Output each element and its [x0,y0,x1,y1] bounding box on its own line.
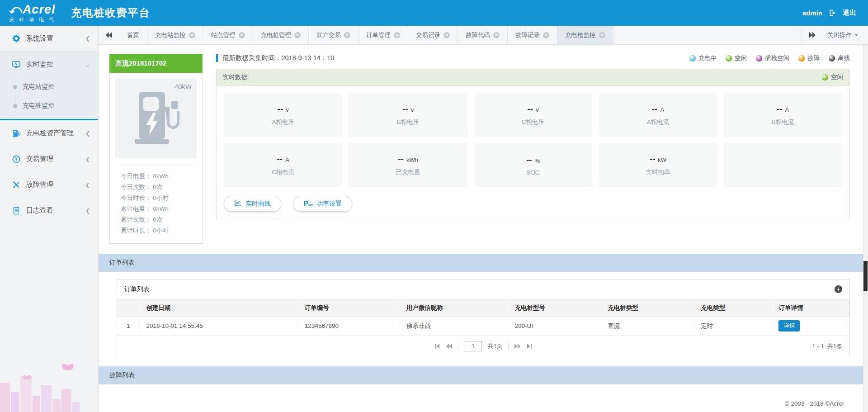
close-icon[interactable] [443,32,450,38]
metric-tile-soc: --%SOC [474,143,592,187]
stat-today-duration: 今日时长： 0小时 [121,193,197,204]
sidebar-item-faults[interactable]: 故障管理 ❮ [0,172,98,198]
divider [458,342,458,350]
charging-pile-large-icon [132,91,179,146]
tab-station-monitor[interactable]: 充电站监控 [147,26,203,44]
sidebar-subitem-pile-monitor[interactable]: 充电桩监控 [0,96,98,115]
sidebar-item-realtime-monitor[interactable]: 实时监控 ⌄ [0,52,98,77]
metric-tile-c-current: --AC相电流 [224,143,342,187]
order-section-bar: 订单列表 [99,254,868,272]
power-setting-button[interactable]: Pwr 功率设置 [293,196,352,212]
accent-bar [216,54,218,62]
tab-gun-monitor[interactable]: 充电枪监控 [557,26,613,44]
col-pile-type: 充电桩类型 [601,299,694,317]
acrel-logo: ⤺Acrel 安 科 瑞 电 气 [9,4,56,22]
legend-idle: 空闲 [726,54,747,62]
pagination: 共1页 1 - 1 共1条 [117,336,849,357]
close-icon[interactable] [344,32,350,38]
close-icon[interactable] [493,32,500,38]
metric-tile-c-voltage: --vC相电压 [474,93,592,137]
close-operations-menu[interactable]: 关闭操作 [823,31,868,39]
metric-tile-empty [724,143,842,187]
log-document-icon [12,206,21,215]
col-index [117,299,140,317]
tab-home[interactable]: 首页 [119,26,147,44]
tab-fault-records[interactable]: 故障记录 [508,26,557,44]
chevron-down-icon: ⌄ [85,62,90,68]
page-number-input[interactable] [464,341,482,351]
sidebar-item-label: 故障管理 [26,180,53,189]
close-icon[interactable] [394,32,400,38]
scrollbar-thumb[interactable] [863,261,868,291]
realtime-curve-button[interactable]: 实时曲线 [224,196,281,212]
legend-plugged-idle: 插枪空闲 [756,54,789,62]
col-wechat-nick: 用户微信昵称 [400,299,508,317]
next-page-icon[interactable] [514,343,521,349]
curve-chart-icon [234,199,242,208]
tab-account-trade[interactable]: 账户交易 [309,26,359,44]
page-title: 充电桩收费平台 [71,6,150,20]
col-pile-model: 充电桩型号 [508,299,601,317]
divider [508,342,509,350]
detail-button[interactable]: 详情 [778,320,800,331]
collect-time-label: 最新数据采集时间：2018-9-13 14：10 [222,54,334,62]
gear-icon [12,34,21,43]
chevron-left-icon: ❮ [85,182,90,188]
close-icon[interactable] [189,32,195,38]
realtime-data-box: 实时数据 空闲 --vA相电压 --vB相电压 --vC相电压 [216,69,850,219]
tab-fault-codes[interactable]: 故障代码 [458,26,508,44]
total-pages-label: 共1页 [487,342,502,350]
close-icon[interactable] [239,32,245,38]
vertical-scrollbar[interactable] [863,45,868,412]
legend-offline: 离线 [829,54,850,62]
tabs-scroll-right-icon[interactable] [802,32,823,38]
caret-down-icon [854,34,858,36]
orders-table: 创建日期 订单编号 用户微信昵称 充电桩型号 充电桩类型 充电类型 订单详情 1 [117,299,849,336]
range-label: 1 - 1 [812,343,824,350]
content-area: 直流2018101702 40kW [99,45,868,412]
fault-section-bar: 故障列表 [99,366,868,384]
sidebar-item-label: 交易管理 [26,155,53,163]
sidebar-item-label: 日志查看 [26,206,53,215]
sidebar-item-logs[interactable]: 日志查看 ❮ [0,198,98,223]
footer: © 2003 - 2018 ©Acrel [99,395,868,412]
logout-icon[interactable] [829,9,836,17]
copyright-text: © 2003 - 2018 ©Acrel [785,400,844,407]
realtime-data-title: 实时数据 [223,73,247,81]
stat-total-duration: 累计时长： 0小时 [121,225,197,236]
sidebar-item-transactions[interactable]: ¥ 交易管理 ❮ [0,146,98,172]
tab-pile-mgmt[interactable]: 充电桩管理 [253,26,309,44]
tools-icon [12,180,21,189]
col-charge-type: 充电类型 [694,299,772,317]
cell-order-no: 1234567890 [298,317,400,336]
status-ball-icon [726,55,732,62]
first-page-icon[interactable] [434,343,440,349]
chevron-left-icon: ❮ [85,35,90,42]
status-ball-icon [829,55,835,62]
close-icon[interactable] [543,32,549,38]
tab-order-mgmt[interactable]: 订单管理 [359,26,408,44]
sidebar-item-pile-assets[interactable]: 充电桩资产管理 ❮ [0,120,98,146]
sidebar-subitem-station-monitor[interactable]: 充电站监控 [0,77,98,96]
expand-plus-icon[interactable] [835,285,842,293]
device-visual-panel: 40kW [115,79,197,158]
stat-total-energy: 累计电量： 0kWh [121,204,197,214]
logo-glyph-icon: ⤺ [9,3,23,16]
sidebar: 系统设置 ❮ 实时监控 ⌄ 充电站监控 充电桩监控 [0,26,99,412]
sidebar-item-system-settings[interactable]: 系统设置 ❮ [0,26,98,52]
close-icon[interactable] [294,32,301,38]
tabs-scroll-left-icon[interactable] [99,26,119,44]
table-row: 1 2018-10-01 14:55:45 1234567890 佛系非酋 20… [117,317,849,336]
close-icon[interactable] [599,32,605,38]
last-page-icon[interactable] [526,343,532,349]
stat-total-count: 累计次数： 0次 [121,214,197,225]
tab-trade-records[interactable]: 交易记录 [408,26,458,44]
prev-page-icon[interactable] [446,343,453,349]
status-ball-icon [689,55,696,62]
monitor-icon [12,60,21,69]
chevron-left-icon: ❮ [85,208,90,214]
logout-button[interactable]: 退出 [843,9,856,17]
tab-site-mgmt[interactable]: 站点管理 [203,26,253,44]
tab-bar: 首页 充电站监控 站点管理 充电桩管理 账户交易 订单管理 交易记录 故障代码 … [99,26,868,45]
device-card: 直流2018101702 40kW [109,54,203,244]
